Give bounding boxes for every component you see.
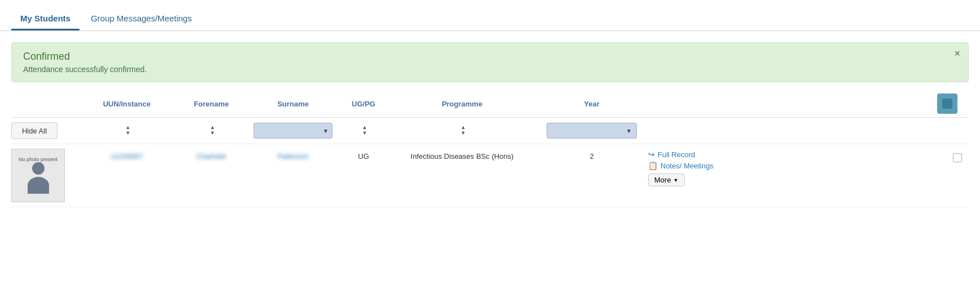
ctrl-year: ▼ [535,123,648,139]
ctrl-uun: ▲ ▼ [79,125,175,136]
more-arrow-icon: ▼ [673,177,679,183]
uun-value: s1234567 [110,152,143,161]
forename-value: Charlotte [197,152,227,161]
hide-all-button[interactable]: Hide All [11,122,57,139]
alert-close-button[interactable]: × [954,48,960,59]
student-actions: ↪ Full Record 📋 Notes/ Meetings More ▼ [648,149,946,186]
student-photo-cell: No photo present [11,149,79,202]
student-programme: Infectious Diseases BSc (Hons) [389,149,535,161]
row-checkbox-cell [946,149,969,162]
table-row: No photo present s1234567 Charlotte Patt… [11,144,969,207]
full-record-icon: ↪ [648,150,655,159]
surname-filter-arrow: ▼ [323,128,329,134]
select-all-button[interactable] [937,93,957,114]
notes-meetings-label: Notes/ Meetings [660,162,713,170]
year-filter-arrow: ▼ [626,128,632,134]
full-record-link[interactable]: ↪ Full Record [648,150,695,159]
ctrl-forename: ▲ ▼ [175,125,248,136]
more-button[interactable]: More ▼ [648,173,685,186]
col-uun-header: UUN/Instance [79,99,175,108]
student-forename: Charlotte [175,149,248,161]
col-actions-header [648,93,969,114]
ctrl-surname: ▼ [248,123,338,139]
programme-sort[interactable]: ▲ ▼ [461,125,466,136]
person-head [32,162,45,175]
student-photo-box: No photo present [11,149,65,202]
ctrl-programme: ▲ ▼ [389,125,535,136]
tabs-container: My Students Group Messages/Meetings [0,0,980,31]
person-silhouette [24,162,52,196]
year-filter[interactable]: ▼ [547,123,637,139]
forename-sort[interactable]: ▲ ▼ [210,125,215,136]
uun-sort[interactable]: ▲ ▼ [126,125,131,136]
col-programme-header: Programme [389,99,535,108]
notes-meetings-icon: 📋 [648,161,658,170]
student-year: 2 [535,149,648,161]
more-label: More [654,176,671,184]
col-year-header: Year [535,99,648,108]
alert-message: Attendance successfully confirmed. [23,65,946,74]
hide-all-cell: Hide All [11,122,79,139]
ctrl-ugpg: ▲ ▼ [338,125,389,136]
row-checkbox[interactable] [953,153,962,162]
ugpg-sort[interactable]: ▲ ▼ [362,125,367,136]
student-ugpg: UG [338,149,389,161]
surname-filter[interactable]: ▼ [254,123,332,139]
notes-meetings-link[interactable]: 📋 Notes/ Meetings [648,161,713,170]
alert-confirmed: Confirmed Attendance successfully confir… [11,42,969,82]
no-photo-label: No photo present [19,157,57,162]
column-headers: UUN/Instance Forename Surname UG/PG Prog… [11,91,969,118]
student-uun: s1234567 [79,149,175,161]
col-ugpg-header: UG/PG [338,99,389,108]
person-body [28,177,49,194]
alert-title: Confirmed [23,51,946,63]
col-forename-header: Forename [175,99,248,108]
student-surname: Patterson [248,149,338,161]
controls-row: Hide All ▲ ▼ ▲ ▼ ▼ ▲ ▼ [11,118,969,144]
surname-value: Patterson [277,152,309,161]
students-table: UUN/Instance Forename Surname UG/PG Prog… [0,91,980,207]
tab-group-messages[interactable]: Group Messages/Meetings [82,9,201,30]
full-record-label: Full Record [658,150,695,159]
col-surname-header: Surname [248,99,338,108]
tab-my-students[interactable]: My Students [11,9,79,30]
